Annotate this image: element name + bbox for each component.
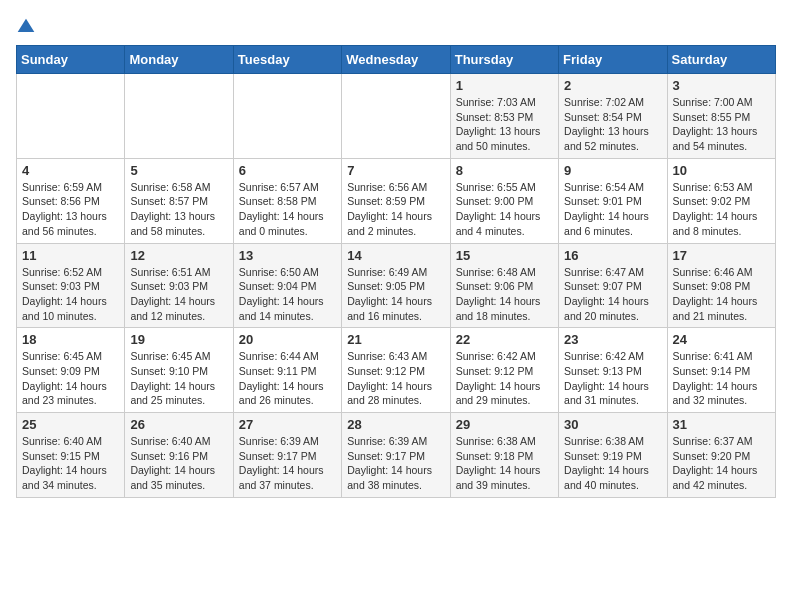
- calendar-cell: 7Sunrise: 6:56 AM Sunset: 8:59 PM Daylig…: [342, 158, 450, 243]
- calendar-cell: 18Sunrise: 6:45 AM Sunset: 9:09 PM Dayli…: [17, 328, 125, 413]
- day-info: Sunrise: 6:39 AM Sunset: 9:17 PM Dayligh…: [239, 434, 336, 493]
- calendar-cell: 28Sunrise: 6:39 AM Sunset: 9:17 PM Dayli…: [342, 413, 450, 498]
- day-number: 14: [347, 248, 444, 263]
- calendar-cell: 14Sunrise: 6:49 AM Sunset: 9:05 PM Dayli…: [342, 243, 450, 328]
- day-info: Sunrise: 6:39 AM Sunset: 9:17 PM Dayligh…: [347, 434, 444, 493]
- day-number: 24: [673, 332, 770, 347]
- day-info: Sunrise: 6:53 AM Sunset: 9:02 PM Dayligh…: [673, 180, 770, 239]
- calendar-cell: 1Sunrise: 7:03 AM Sunset: 8:53 PM Daylig…: [450, 74, 558, 159]
- calendar-cell: 27Sunrise: 6:39 AM Sunset: 9:17 PM Dayli…: [233, 413, 341, 498]
- calendar-cell: [233, 74, 341, 159]
- day-info: Sunrise: 6:42 AM Sunset: 9:12 PM Dayligh…: [456, 349, 553, 408]
- calendar-cell: 9Sunrise: 6:54 AM Sunset: 9:01 PM Daylig…: [559, 158, 667, 243]
- weekday-header-sunday: Sunday: [17, 46, 125, 74]
- calendar-header: SundayMondayTuesdayWednesdayThursdayFrid…: [17, 46, 776, 74]
- day-number: 4: [22, 163, 119, 178]
- weekday-header-thursday: Thursday: [450, 46, 558, 74]
- day-number: 16: [564, 248, 661, 263]
- day-number: 23: [564, 332, 661, 347]
- day-number: 8: [456, 163, 553, 178]
- day-number: 18: [22, 332, 119, 347]
- day-number: 20: [239, 332, 336, 347]
- day-info: Sunrise: 6:48 AM Sunset: 9:06 PM Dayligh…: [456, 265, 553, 324]
- calendar-cell: 19Sunrise: 6:45 AM Sunset: 9:10 PM Dayli…: [125, 328, 233, 413]
- calendar-cell: 21Sunrise: 6:43 AM Sunset: 9:12 PM Dayli…: [342, 328, 450, 413]
- calendar-cell: 10Sunrise: 6:53 AM Sunset: 9:02 PM Dayli…: [667, 158, 775, 243]
- day-info: Sunrise: 6:38 AM Sunset: 9:19 PM Dayligh…: [564, 434, 661, 493]
- day-number: 5: [130, 163, 227, 178]
- day-info: Sunrise: 6:40 AM Sunset: 9:15 PM Dayligh…: [22, 434, 119, 493]
- weekday-header-monday: Monday: [125, 46, 233, 74]
- day-info: Sunrise: 6:56 AM Sunset: 8:59 PM Dayligh…: [347, 180, 444, 239]
- calendar-cell: 23Sunrise: 6:42 AM Sunset: 9:13 PM Dayli…: [559, 328, 667, 413]
- calendar-table: SundayMondayTuesdayWednesdayThursdayFrid…: [16, 45, 776, 498]
- day-number: 6: [239, 163, 336, 178]
- day-number: 7: [347, 163, 444, 178]
- day-info: Sunrise: 7:03 AM Sunset: 8:53 PM Dayligh…: [456, 95, 553, 154]
- calendar-cell: 29Sunrise: 6:38 AM Sunset: 9:18 PM Dayli…: [450, 413, 558, 498]
- day-info: Sunrise: 6:47 AM Sunset: 9:07 PM Dayligh…: [564, 265, 661, 324]
- day-number: 11: [22, 248, 119, 263]
- day-number: 10: [673, 163, 770, 178]
- day-number: 28: [347, 417, 444, 432]
- calendar-cell: 30Sunrise: 6:38 AM Sunset: 9:19 PM Dayli…: [559, 413, 667, 498]
- day-number: 17: [673, 248, 770, 263]
- svg-marker-0: [18, 18, 35, 31]
- page-header: [16, 16, 776, 37]
- calendar-cell: 6Sunrise: 6:57 AM Sunset: 8:58 PM Daylig…: [233, 158, 341, 243]
- day-info: Sunrise: 6:45 AM Sunset: 9:10 PM Dayligh…: [130, 349, 227, 408]
- day-number: 13: [239, 248, 336, 263]
- day-number: 21: [347, 332, 444, 347]
- calendar-cell: 25Sunrise: 6:40 AM Sunset: 9:15 PM Dayli…: [17, 413, 125, 498]
- calendar-cell: 2Sunrise: 7:02 AM Sunset: 8:54 PM Daylig…: [559, 74, 667, 159]
- day-info: Sunrise: 7:02 AM Sunset: 8:54 PM Dayligh…: [564, 95, 661, 154]
- day-number: 22: [456, 332, 553, 347]
- calendar-cell: 16Sunrise: 6:47 AM Sunset: 9:07 PM Dayli…: [559, 243, 667, 328]
- day-number: 25: [22, 417, 119, 432]
- calendar-cell: [17, 74, 125, 159]
- day-number: 12: [130, 248, 227, 263]
- day-info: Sunrise: 6:50 AM Sunset: 9:04 PM Dayligh…: [239, 265, 336, 324]
- day-info: Sunrise: 6:40 AM Sunset: 9:16 PM Dayligh…: [130, 434, 227, 493]
- day-info: Sunrise: 6:44 AM Sunset: 9:11 PM Dayligh…: [239, 349, 336, 408]
- calendar-cell: 12Sunrise: 6:51 AM Sunset: 9:03 PM Dayli…: [125, 243, 233, 328]
- calendar-week-2: 4Sunrise: 6:59 AM Sunset: 8:56 PM Daylig…: [17, 158, 776, 243]
- day-info: Sunrise: 6:49 AM Sunset: 9:05 PM Dayligh…: [347, 265, 444, 324]
- day-info: Sunrise: 6:58 AM Sunset: 8:57 PM Dayligh…: [130, 180, 227, 239]
- calendar-cell: [342, 74, 450, 159]
- day-info: Sunrise: 6:43 AM Sunset: 9:12 PM Dayligh…: [347, 349, 444, 408]
- calendar-cell: 15Sunrise: 6:48 AM Sunset: 9:06 PM Dayli…: [450, 243, 558, 328]
- calendar-cell: 17Sunrise: 6:46 AM Sunset: 9:08 PM Dayli…: [667, 243, 775, 328]
- calendar-cell: 5Sunrise: 6:58 AM Sunset: 8:57 PM Daylig…: [125, 158, 233, 243]
- calendar-week-4: 18Sunrise: 6:45 AM Sunset: 9:09 PM Dayli…: [17, 328, 776, 413]
- weekday-header-tuesday: Tuesday: [233, 46, 341, 74]
- calendar-cell: 22Sunrise: 6:42 AM Sunset: 9:12 PM Dayli…: [450, 328, 558, 413]
- logo: [16, 16, 40, 37]
- day-number: 29: [456, 417, 553, 432]
- day-info: Sunrise: 6:54 AM Sunset: 9:01 PM Dayligh…: [564, 180, 661, 239]
- day-info: Sunrise: 6:51 AM Sunset: 9:03 PM Dayligh…: [130, 265, 227, 324]
- day-info: Sunrise: 6:37 AM Sunset: 9:20 PM Dayligh…: [673, 434, 770, 493]
- day-number: 30: [564, 417, 661, 432]
- day-info: Sunrise: 6:52 AM Sunset: 9:03 PM Dayligh…: [22, 265, 119, 324]
- logo-icon: [16, 17, 36, 37]
- calendar-cell: 31Sunrise: 6:37 AM Sunset: 9:20 PM Dayli…: [667, 413, 775, 498]
- day-number: 19: [130, 332, 227, 347]
- day-info: Sunrise: 6:57 AM Sunset: 8:58 PM Dayligh…: [239, 180, 336, 239]
- calendar-cell: 20Sunrise: 6:44 AM Sunset: 9:11 PM Dayli…: [233, 328, 341, 413]
- weekday-header-friday: Friday: [559, 46, 667, 74]
- weekday-header-wednesday: Wednesday: [342, 46, 450, 74]
- calendar-cell: 24Sunrise: 6:41 AM Sunset: 9:14 PM Dayli…: [667, 328, 775, 413]
- weekday-header-saturday: Saturday: [667, 46, 775, 74]
- calendar-cell: 3Sunrise: 7:00 AM Sunset: 8:55 PM Daylig…: [667, 74, 775, 159]
- day-info: Sunrise: 6:38 AM Sunset: 9:18 PM Dayligh…: [456, 434, 553, 493]
- day-number: 27: [239, 417, 336, 432]
- calendar-cell: 13Sunrise: 6:50 AM Sunset: 9:04 PM Dayli…: [233, 243, 341, 328]
- calendar-cell: 11Sunrise: 6:52 AM Sunset: 9:03 PM Dayli…: [17, 243, 125, 328]
- day-number: 31: [673, 417, 770, 432]
- calendar-week-5: 25Sunrise: 6:40 AM Sunset: 9:15 PM Dayli…: [17, 413, 776, 498]
- calendar-cell: 26Sunrise: 6:40 AM Sunset: 9:16 PM Dayli…: [125, 413, 233, 498]
- day-info: Sunrise: 6:45 AM Sunset: 9:09 PM Dayligh…: [22, 349, 119, 408]
- day-info: Sunrise: 6:55 AM Sunset: 9:00 PM Dayligh…: [456, 180, 553, 239]
- day-number: 3: [673, 78, 770, 93]
